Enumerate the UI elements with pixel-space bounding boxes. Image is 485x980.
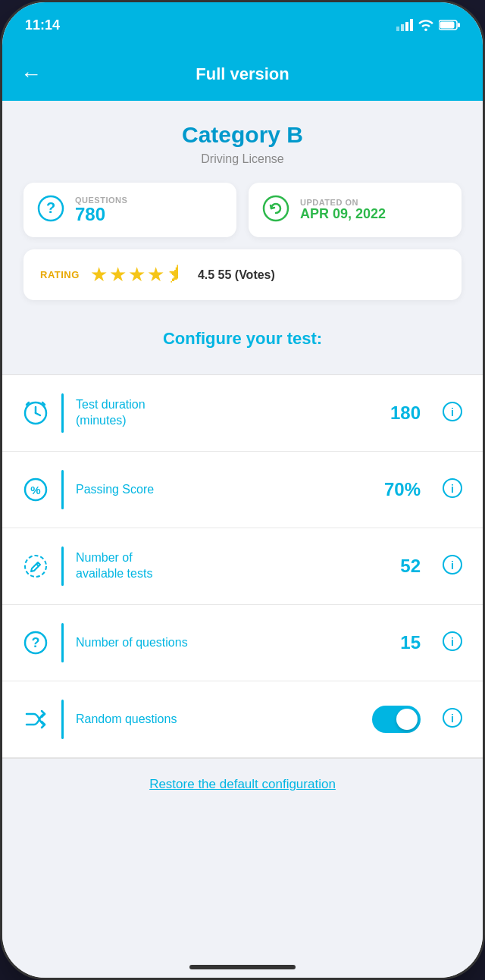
questions-icon: ? xyxy=(37,195,64,225)
category-subtitle: Driving License xyxy=(23,152,462,166)
setting-divider xyxy=(61,393,64,433)
available-tests-value: 52 xyxy=(400,556,421,577)
category-title: Category B xyxy=(23,122,462,148)
passing-score-label: Passing Score xyxy=(76,482,372,498)
num-questions-info-button[interactable]: i xyxy=(442,631,463,655)
setting-item-passing-score: % Passing Score 70% i xyxy=(2,452,483,528)
setting-item-random-questions: Random questions i xyxy=(2,681,483,758)
clock-icon xyxy=(22,400,49,426)
setting-divider-5 xyxy=(61,700,64,739)
svg-point-9 xyxy=(264,196,288,221)
svg-text:i: i xyxy=(451,406,454,418)
setting-item-test-duration: Test duration(minutes) 180 i xyxy=(2,375,483,452)
phone-frame: 11:14 ← Full versio xyxy=(0,0,485,980)
available-tests-label: Number ofavailable tests xyxy=(76,550,388,582)
svg-text:i: i xyxy=(451,636,454,648)
rating-label: RATING xyxy=(40,269,80,280)
status-time: 11:14 xyxy=(25,17,60,33)
edit-circle-icon xyxy=(22,553,49,579)
battery-icon xyxy=(439,19,460,31)
star-4: ★ xyxy=(147,263,164,286)
home-bar xyxy=(189,965,296,969)
rating-votes: 55 (Votes) xyxy=(218,268,275,281)
svg-text:%: % xyxy=(30,484,40,496)
svg-rect-2 xyxy=(405,22,408,31)
star-3: ★ xyxy=(128,263,146,286)
status-bar: 11:14 xyxy=(2,2,483,48)
available-tests-info-button[interactable]: i xyxy=(442,554,463,578)
restore-link[interactable]: Restore the default configuration xyxy=(149,777,336,791)
header-title: Full version xyxy=(196,64,289,84)
svg-rect-1 xyxy=(401,24,404,31)
svg-rect-5 xyxy=(440,22,455,29)
wifi-icon xyxy=(418,19,434,31)
svg-text:i: i xyxy=(451,559,454,571)
svg-rect-3 xyxy=(410,19,413,31)
updated-icon xyxy=(262,195,289,225)
random-questions-toggle[interactable] xyxy=(372,706,421,733)
svg-text:?: ? xyxy=(32,635,40,650)
svg-rect-0 xyxy=(396,27,399,31)
top-card: Category B Driving License ? QUESTIONS 7… xyxy=(2,101,483,374)
updated-value: APR 09, 2022 xyxy=(300,207,386,222)
signal-icon xyxy=(396,19,413,31)
questions-value: 780 xyxy=(75,205,127,224)
rating-value: 4.5 55 (Votes) xyxy=(198,268,275,282)
restore-section: Restore the default configuration xyxy=(2,758,483,810)
setting-item-available-tests: Number ofavailable tests 52 i xyxy=(2,528,483,605)
svg-text:?: ? xyxy=(46,199,55,216)
status-icons xyxy=(396,19,460,31)
num-questions-value: 15 xyxy=(400,632,421,653)
svg-line-20 xyxy=(36,564,39,566)
star-half: ⯨ xyxy=(166,263,186,286)
main-content: Category B Driving License ? QUESTIONS 7… xyxy=(2,101,483,952)
shuffle-icon xyxy=(22,706,49,732)
questions-card: ? QUESTIONS 780 xyxy=(23,183,236,237)
svg-rect-6 xyxy=(458,23,460,27)
settings-list: Test duration(minutes) 180 i % xyxy=(2,374,483,758)
percent-icon: % xyxy=(22,477,49,503)
star-1: ★ xyxy=(90,263,108,286)
configure-title: Configure your test: xyxy=(23,317,462,367)
question-circle-icon: ? xyxy=(22,630,49,656)
num-questions-label: Number of questions xyxy=(76,635,388,651)
svg-line-12 xyxy=(36,413,40,415)
updated-card: UPDATED ON APR 09, 2022 xyxy=(249,183,462,237)
questions-content: QUESTIONS 780 xyxy=(75,196,127,224)
rating-stars: ★ ★ ★ ★ ⯨ xyxy=(90,263,186,286)
app-header: ← Full version xyxy=(2,48,483,101)
test-duration-label: Test duration(minutes) xyxy=(76,397,378,429)
svg-text:i: i xyxy=(451,483,454,495)
setting-divider-3 xyxy=(61,546,64,586)
home-indicator xyxy=(2,952,483,980)
updated-content: UPDATED ON APR 09, 2022 xyxy=(300,198,386,222)
toggle-thumb xyxy=(396,709,418,730)
back-button[interactable]: ← xyxy=(20,62,42,86)
info-cards: ? QUESTIONS 780 xyxy=(23,183,462,237)
passing-score-info-button[interactable]: i xyxy=(442,477,463,502)
svg-text:i: i xyxy=(451,712,454,725)
svg-point-19 xyxy=(25,556,46,577)
rating-card: RATING ★ ★ ★ ★ ⯨ 4.5 55 (Votes) xyxy=(23,249,462,300)
test-duration-info-button[interactable]: i xyxy=(442,401,463,425)
passing-score-value: 70% xyxy=(384,479,421,500)
setting-divider-4 xyxy=(61,623,64,662)
star-2: ★ xyxy=(109,263,127,286)
random-questions-label: Random questions xyxy=(76,712,360,728)
setting-item-num-questions: ? Number of questions 15 i xyxy=(2,605,483,681)
random-questions-info-button[interactable]: i xyxy=(442,707,463,731)
questions-label: QUESTIONS xyxy=(75,196,127,205)
test-duration-value: 180 xyxy=(390,402,421,424)
setting-divider-2 xyxy=(61,470,64,509)
